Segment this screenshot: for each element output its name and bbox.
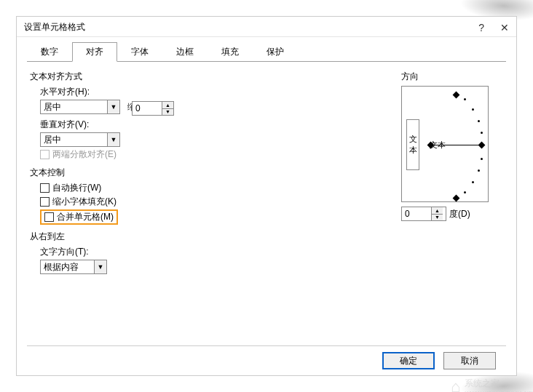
chevron-down-icon: ▼: [107, 133, 119, 146]
help-button[interactable]: ?: [478, 22, 484, 33]
spin-down-icon[interactable]: ▼: [162, 109, 173, 116]
tab-border[interactable]: 边框: [162, 42, 208, 62]
watermark-site: 系统之家: [465, 377, 533, 390]
chevron-down-icon: ▼: [107, 100, 119, 113]
text-control-section: 文本控制: [30, 167, 387, 179]
merge-cells-checkbox[interactable]: [44, 212, 54, 222]
horizontal-align-select[interactable]: 居中 ▼: [40, 100, 120, 114]
tab-font[interactable]: 字体: [117, 42, 162, 62]
text-direction-label: 文字方向(T):: [40, 246, 387, 258]
close-button[interactable]: ✕: [500, 22, 509, 33]
vertical-align-select[interactable]: 居中 ▼: [40, 132, 120, 147]
orientation-degree-spinner[interactable]: ▲ ▼: [401, 207, 446, 221]
justify-distributed-checkbox: [40, 150, 50, 159]
vertical-align-value: 居中: [44, 134, 61, 146]
spin-down-icon[interactable]: ▼: [432, 215, 443, 221]
spin-up-icon[interactable]: ▲: [432, 207, 443, 215]
text-direction-value: 根据内容: [44, 261, 79, 273]
dialog-title: 设置单元格格式: [24, 21, 85, 33]
merge-cells-highlight: 合并单元格(M): [40, 209, 118, 225]
chevron-down-icon: ▼: [94, 260, 106, 273]
shrink-fit-label: 缩小字体填充(K): [52, 196, 117, 208]
justify-distributed-label: 两端分散对齐(E): [52, 148, 117, 161]
horizontal-align-label: 水平对齐(H):: [40, 86, 387, 98]
orientation-degree-label: 度(D): [449, 208, 470, 220]
merge-cells-label: 合并单元格(M): [57, 211, 114, 223]
indent-spinner[interactable]: ▲ ▼: [132, 101, 174, 116]
orientation-degree-input[interactable]: [402, 207, 431, 220]
rtl-section: 从右到左: [30, 231, 387, 243]
orientation-section: 方向: [401, 71, 503, 83]
orientation-dial-text: 文本: [430, 140, 446, 151]
shrink-fit-checkbox[interactable]: [40, 197, 50, 207]
text-align-section: 文本对齐方式: [30, 71, 387, 83]
tab-number[interactable]: 数字: [27, 42, 72, 62]
text-direction-select[interactable]: 根据内容 ▼: [40, 260, 107, 274]
wrap-text-checkbox[interactable]: [40, 183, 50, 193]
vertical-align-label: 垂直对齐(V):: [40, 119, 387, 131]
tab-protection[interactable]: 保护: [253, 42, 298, 62]
orientation-box: 文 本: [401, 86, 489, 202]
titlebar: 设置单元格格式 ? ✕: [17, 17, 516, 37]
horizontal-align-value: 居中: [44, 101, 61, 113]
tab-fill[interactable]: 填充: [208, 42, 253, 62]
indent-input[interactable]: [133, 102, 162, 115]
house-icon: ⌂: [451, 377, 460, 392]
tab-strip: 数字 对齐 字体 边框 填充 保护: [27, 41, 506, 62]
watermark: ⌂ 系统之家 WWW.XITONGZHIJIA.NET: [451, 377, 533, 392]
tab-alignment[interactable]: 对齐: [72, 42, 117, 62]
orientation-vertical-text[interactable]: 文 本: [406, 119, 419, 170]
wrap-text-label: 自动换行(W): [52, 182, 101, 194]
cancel-button[interactable]: 取消: [443, 352, 496, 369]
ok-button[interactable]: 确定: [382, 352, 435, 369]
spin-up-icon[interactable]: ▲: [162, 102, 173, 109]
